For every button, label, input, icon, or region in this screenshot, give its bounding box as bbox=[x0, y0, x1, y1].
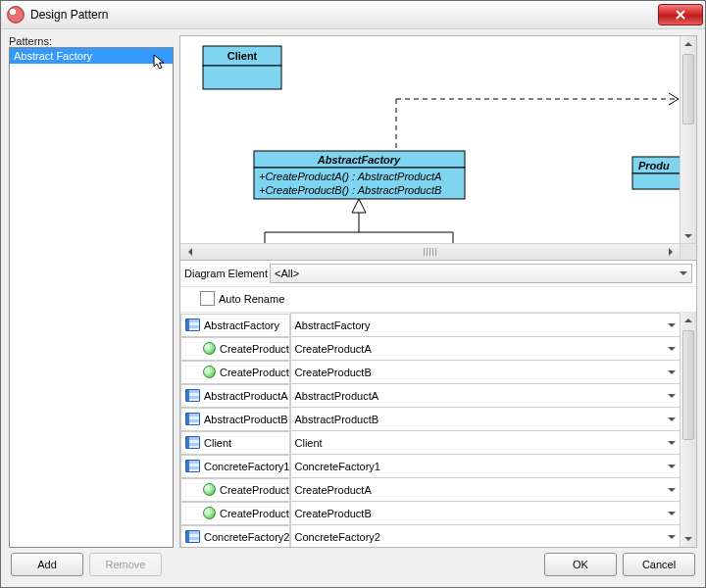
element-value-cell[interactable]: ConcreteFactory1 bbox=[290, 455, 681, 478]
titlebar: Design Pattern bbox=[1, 1, 705, 29]
element-name-cell: AbstractProductB bbox=[180, 408, 290, 431]
patterns-label: Patterns: bbox=[9, 35, 174, 47]
element-value-label: CreateProductA bbox=[295, 343, 372, 355]
scroll-up-icon[interactable] bbox=[681, 313, 696, 328]
scroll-thumb[interactable] bbox=[682, 54, 694, 124]
diagram-preview: Client AbstractFactory +CreateProductA()… bbox=[180, 36, 696, 261]
add-button[interactable]: Add bbox=[11, 553, 83, 576]
diagram-element-value: <All> bbox=[275, 268, 299, 279]
remove-button-label: Remove bbox=[106, 559, 146, 570]
element-value-label: AbstractProductB bbox=[295, 414, 379, 425]
scroll-down-icon[interactable] bbox=[681, 228, 696, 244]
chevron-down-icon bbox=[668, 437, 676, 449]
class-icon bbox=[185, 413, 200, 425]
cancel-button[interactable]: Cancel bbox=[623, 553, 695, 576]
operation-icon bbox=[203, 483, 216, 496]
uml-class-client-title: Client bbox=[227, 50, 258, 62]
class-icon bbox=[185, 436, 200, 449]
pattern-item-label: Abstract Factory bbox=[14, 50, 92, 62]
chevron-down-icon bbox=[668, 508, 676, 519]
auto-rename-row: Auto Rename bbox=[180, 287, 696, 313]
element-name-cell: AbstractFactory bbox=[180, 314, 290, 337]
uml-dependency-client-product bbox=[396, 93, 679, 151]
svg-marker-5 bbox=[352, 199, 366, 213]
chevron-down-icon bbox=[668, 414, 676, 425]
element-value-label: Client bbox=[295, 437, 323, 449]
table-row: CreateProductACreateProductA bbox=[180, 478, 681, 502]
element-name-label: AbstractProductA bbox=[204, 390, 288, 402]
button-bar: Add Remove OK Cancel bbox=[9, 548, 697, 581]
diagram-element-label: Diagram Element bbox=[184, 268, 268, 279]
element-value-label: CreateProductA bbox=[295, 484, 372, 496]
element-value-cell[interactable]: CreateProductB bbox=[290, 361, 681, 384]
scroll-down-icon[interactable] bbox=[681, 531, 696, 547]
cancel-button-label: Cancel bbox=[642, 559, 676, 570]
scroll-up-icon[interactable] bbox=[681, 36, 696, 52]
right-pane: Client AbstractFactory +CreateProductA()… bbox=[179, 35, 697, 548]
uml-diagram[interactable]: Client AbstractFactory +CreateProductA()… bbox=[180, 36, 696, 260]
table-row: AbstractFactoryAbstractFactory bbox=[180, 314, 681, 337]
elements-table: AbstractFactoryAbstractFactoryCreateProd… bbox=[180, 313, 681, 547]
scroll-left-icon[interactable] bbox=[180, 244, 196, 260]
ok-button[interactable]: OK bbox=[544, 553, 617, 576]
element-value-label: ConcreteFactory1 bbox=[295, 461, 380, 472]
chevron-down-icon bbox=[668, 343, 676, 355]
element-value-cell[interactable]: CreateProductA bbox=[290, 478, 681, 502]
uml-class-product-title: Produ bbox=[638, 160, 670, 172]
auto-rename-checkbox[interactable] bbox=[200, 291, 215, 306]
uml-class-abstractfactory-title: AbstractFactory bbox=[317, 154, 401, 166]
element-name-label: AbstractProductB bbox=[204, 414, 288, 425]
close-button[interactable] bbox=[658, 4, 703, 25]
element-value-cell[interactable]: AbstractProductB bbox=[290, 408, 681, 431]
scroll-corner bbox=[680, 243, 696, 260]
scroll-grip-icon bbox=[424, 248, 437, 256]
class-icon bbox=[185, 530, 200, 543]
chevron-down-icon bbox=[668, 319, 676, 331]
operation-icon bbox=[203, 366, 216, 378]
scroll-right-icon[interactable] bbox=[665, 244, 681, 260]
diagram-horizontal-scrollbar[interactable] bbox=[180, 243, 681, 260]
table-vertical-scrollbar[interactable] bbox=[680, 313, 696, 547]
chevron-down-icon bbox=[668, 367, 676, 378]
patterns-list[interactable]: Abstract Factory bbox=[9, 47, 174, 548]
table-row: AbstractProductBAbstractProductB bbox=[180, 408, 681, 431]
window-title: Design Pattern bbox=[30, 8, 108, 22]
diagram-vertical-scrollbar[interactable] bbox=[680, 36, 696, 244]
uml-generalization-arrow bbox=[265, 199, 453, 248]
element-name-label: CreateProductB bbox=[220, 367, 290, 378]
element-value-label: ConcreteFactory2 bbox=[295, 531, 380, 543]
element-name-cell: CreateProductB bbox=[180, 502, 290, 525]
pattern-item-abstract-factory[interactable]: Abstract Factory bbox=[10, 48, 173, 64]
element-name-cell: ConcreteFactory1 bbox=[180, 455, 290, 478]
element-value-cell[interactable]: CreateProductA bbox=[290, 337, 681, 361]
table-row: AbstractProductAAbstractProductA bbox=[180, 384, 681, 408]
element-name-label: Client bbox=[204, 437, 231, 449]
chevron-down-icon bbox=[680, 268, 687, 279]
element-name-cell: CreateProductB bbox=[180, 361, 290, 384]
uml-op-createproducta: +CreateProductA() : AbstractProductA bbox=[259, 171, 441, 182]
element-value-cell[interactable]: AbstractFactory bbox=[290, 314, 681, 337]
auto-rename-label: Auto Rename bbox=[219, 293, 284, 305]
element-value-cell[interactable]: Client bbox=[290, 431, 681, 455]
diagram-element-select[interactable]: <All> bbox=[270, 264, 692, 283]
chevron-down-icon bbox=[668, 461, 676, 472]
table-row: ConcreteFactory1ConcreteFactory1 bbox=[180, 455, 681, 478]
element-name-cell: ConcreteFactory2 bbox=[180, 525, 290, 548]
chevron-down-icon bbox=[668, 531, 676, 543]
scroll-thumb[interactable] bbox=[682, 330, 694, 440]
elements-table-wrap: AbstractFactoryAbstractFactoryCreateProd… bbox=[180, 313, 696, 547]
close-icon bbox=[675, 9, 686, 21]
element-value-cell[interactable]: ConcreteFactory2 bbox=[290, 525, 681, 548]
chevron-down-icon bbox=[668, 390, 676, 402]
class-icon bbox=[185, 318, 200, 331]
ok-button-label: OK bbox=[573, 559, 588, 570]
uml-class-client[interactable]: Client bbox=[203, 46, 281, 89]
remove-button: Remove bbox=[89, 553, 162, 576]
table-row: CreateProductBCreateProductB bbox=[180, 502, 681, 525]
element-value-cell[interactable]: CreateProductB bbox=[290, 502, 681, 525]
element-value-cell[interactable]: AbstractProductA bbox=[290, 384, 681, 408]
chevron-down-icon bbox=[668, 484, 676, 496]
uml-class-abstractfactory[interactable]: AbstractFactory +CreateProductA() : Abst… bbox=[254, 151, 465, 199]
element-name-label: CreateProductA bbox=[220, 484, 290, 496]
element-value-label: CreateProductB bbox=[295, 367, 372, 378]
